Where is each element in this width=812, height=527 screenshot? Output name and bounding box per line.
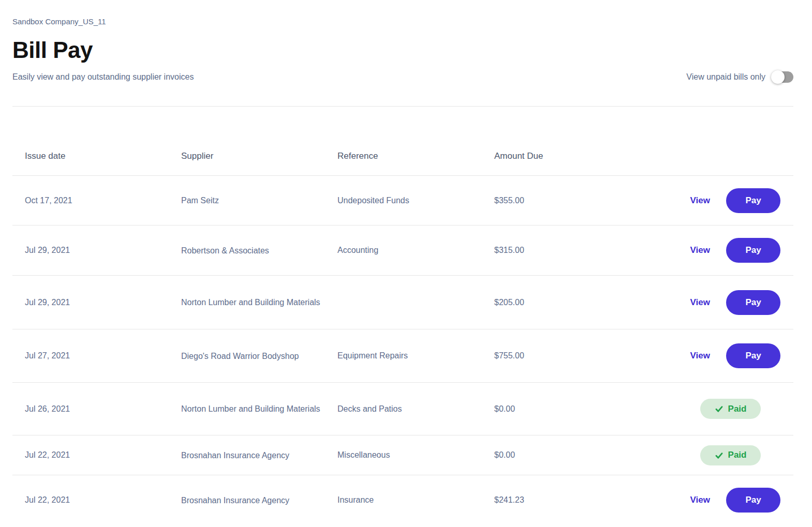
view-button[interactable]: View bbox=[690, 351, 710, 361]
table-header-row: Issue date Supplier Reference Amount Due bbox=[12, 137, 793, 176]
paid-status-label: Paid bbox=[728, 404, 747, 414]
table-row: Oct 17, 2021 Pam Seitz Undeposited Funds… bbox=[12, 176, 793, 225]
cell-issue-date: Jul 22, 2021 bbox=[25, 495, 181, 505]
cell-issue-date: Jul 27, 2021 bbox=[25, 351, 181, 360]
supplier-text: Robertson & Associates bbox=[181, 246, 269, 255]
check-icon bbox=[715, 451, 724, 460]
table-row: Jul 22, 2021 Brosnahan Insurance Agency … bbox=[12, 435, 793, 475]
unpaid-filter-group: View unpaid bills only bbox=[686, 71, 793, 83]
cell-actions: Paid bbox=[587, 399, 793, 419]
cell-reference: Insurance bbox=[337, 495, 494, 505]
cell-supplier: Brosnahan Insurance Agency bbox=[181, 448, 337, 462]
breadcrumb: Sandbox Company_US_11 bbox=[12, 17, 793, 26]
paid-status-label: Paid bbox=[728, 450, 747, 460]
cell-reference: Equipment Repairs bbox=[337, 351, 494, 360]
column-header-issue-date: Issue date bbox=[25, 151, 181, 161]
column-header-reference: Reference bbox=[337, 151, 494, 161]
table-row: Jul 27, 2021 Diego's Road Warrior Bodysh… bbox=[12, 329, 793, 383]
cell-amount-due: $241.23 bbox=[494, 495, 587, 505]
view-button[interactable]: View bbox=[690, 245, 710, 255]
column-header-amount-due: Amount Due bbox=[494, 151, 587, 161]
paid-status-badge: Paid bbox=[700, 445, 761, 465]
unpaid-filter-toggle[interactable] bbox=[773, 71, 793, 83]
cell-supplier: Norton Lumber and Building Materials bbox=[181, 295, 337, 309]
cell-actions: View Pay bbox=[587, 238, 793, 263]
supplier-text: Norton Lumber and Building Materials bbox=[181, 404, 320, 413]
cell-reference: Undeposited Funds bbox=[337, 196, 494, 205]
pay-button[interactable]: Pay bbox=[726, 488, 780, 513]
table-row: Jul 26, 2021 Norton Lumber and Building … bbox=[12, 383, 793, 435]
supplier-text: Pam Seitz bbox=[181, 196, 219, 205]
check-icon bbox=[715, 404, 724, 413]
table-row: Jul 29, 2021 Robertson & Associates Acco… bbox=[12, 225, 793, 276]
cell-supplier: Diego's Road Warrior Bodyshop bbox=[181, 349, 337, 363]
cell-actions: View Pay bbox=[587, 290, 793, 315]
cell-actions: Paid bbox=[587, 445, 793, 465]
paid-status-badge: Paid bbox=[700, 399, 761, 419]
unpaid-filter-label: View unpaid bills only bbox=[686, 72, 765, 82]
pay-button[interactable]: Pay bbox=[726, 343, 780, 368]
table-row: Jul 22, 2021 Brosnahan Insurance Agency … bbox=[12, 475, 793, 525]
pay-button[interactable]: Pay bbox=[726, 290, 780, 315]
page-subtitle: Easily view and pay outstanding supplier… bbox=[12, 72, 194, 82]
cell-supplier: Robertson & Associates bbox=[181, 244, 337, 258]
cell-issue-date: Jul 26, 2021 bbox=[25, 404, 181, 414]
cell-actions: View Pay bbox=[587, 188, 793, 213]
cell-actions: View Pay bbox=[587, 488, 793, 513]
header-divider bbox=[12, 106, 793, 107]
cell-amount-due: $355.00 bbox=[494, 196, 587, 205]
pay-button[interactable]: Pay bbox=[726, 188, 780, 213]
cell-amount-due: $205.00 bbox=[494, 298, 587, 307]
cell-actions: View Pay bbox=[587, 343, 793, 368]
column-header-supplier: Supplier bbox=[181, 151, 337, 161]
cell-issue-date: Jul 29, 2021 bbox=[25, 246, 181, 255]
page-title: Bill Pay bbox=[12, 37, 793, 63]
view-button[interactable]: View bbox=[690, 195, 710, 206]
bill-pay-page: Sandbox Company_US_11 Bill Pay Easily vi… bbox=[0, 0, 812, 525]
cell-reference: Miscellaneous bbox=[337, 450, 494, 460]
pay-button[interactable]: Pay bbox=[726, 238, 780, 263]
view-button[interactable]: View bbox=[690, 495, 710, 505]
supplier-text: Diego's Road Warrior Bodyshop bbox=[181, 352, 299, 360]
table-row: Jul 29, 2021 Norton Lumber and Building … bbox=[12, 276, 793, 329]
cell-issue-date: Jul 29, 2021 bbox=[25, 298, 181, 307]
cell-amount-due: $0.00 bbox=[494, 404, 587, 414]
cell-supplier: Brosnahan Insurance Agency bbox=[181, 493, 337, 507]
cell-supplier: Norton Lumber and Building Materials bbox=[181, 402, 337, 416]
cell-amount-due: $315.00 bbox=[494, 246, 587, 255]
cell-issue-date: Oct 17, 2021 bbox=[25, 196, 181, 205]
supplier-text: Brosnahan Insurance Agency bbox=[181, 451, 289, 460]
cell-reference: Accounting bbox=[337, 246, 494, 255]
cell-issue-date: Jul 22, 2021 bbox=[25, 450, 181, 460]
cell-amount-due: $0.00 bbox=[494, 450, 587, 460]
cell-amount-due: $755.00 bbox=[494, 351, 587, 360]
supplier-text: Norton Lumber and Building Materials bbox=[181, 298, 320, 307]
cell-supplier: Pam Seitz bbox=[181, 193, 337, 207]
view-button[interactable]: View bbox=[690, 297, 710, 308]
subtitle-row: Easily view and pay outstanding supplier… bbox=[12, 71, 793, 83]
cell-reference: Decks and Patios bbox=[337, 404, 494, 414]
toggle-knob bbox=[771, 70, 785, 84]
supplier-text: Brosnahan Insurance Agency bbox=[181, 496, 289, 505]
